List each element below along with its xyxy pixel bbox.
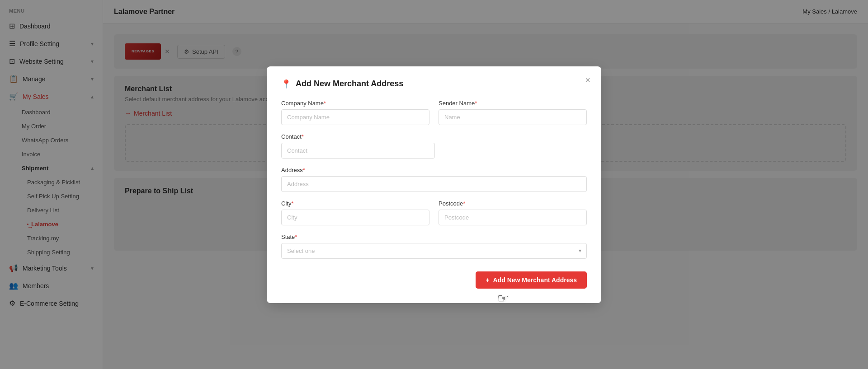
contact-input[interactable] — [281, 143, 435, 159]
form-row-4: City* Postcode* — [281, 200, 587, 225]
company-name-input[interactable] — [281, 109, 429, 125]
modal-overlay: 📍 Add New Merchant Address × Company Nam… — [103, 0, 868, 369]
company-name-label: Company Name* — [281, 100, 429, 107]
add-merchant-modal: 📍 Add New Merchant Address × Company Nam… — [267, 66, 601, 303]
postcode-input[interactable] — [439, 210, 587, 225]
submit-button-label: Add New Merchant Address — [493, 276, 577, 284]
modal-close-button[interactable]: × — [585, 75, 590, 84]
plus-icon: + — [486, 276, 489, 284]
company-name-group: Company Name* — [281, 100, 429, 125]
address-group: Address* — [281, 167, 587, 192]
required-asterisk: * — [295, 234, 297, 240]
required-asterisk: * — [303, 167, 305, 173]
form-row-1: Company Name* Sender Name* — [281, 100, 587, 125]
state-select[interactable]: Select one Kuala Lumpur Selangor Penang … — [281, 243, 587, 259]
sender-name-group: Sender Name* — [439, 100, 587, 125]
city-input[interactable] — [281, 210, 429, 225]
modal-title: Add New Merchant Address — [296, 79, 403, 89]
address-input[interactable] — [281, 176, 587, 192]
state-label: State* — [281, 234, 587, 240]
required-asterisk: * — [291, 200, 293, 207]
sender-name-label: Sender Name* — [439, 100, 587, 107]
sender-name-input[interactable] — [439, 109, 587, 125]
modal-header: 📍 Add New Merchant Address — [281, 79, 587, 89]
main-content: Lalamove Partner My Sales / Lalamove NEW… — [103, 0, 868, 369]
city-group: City* — [281, 200, 429, 225]
postcode-label: Postcode* — [439, 200, 587, 207]
required-asterisk: * — [302, 133, 304, 140]
state-group: State* Select one Kuala Lumpur Selangor … — [281, 234, 587, 259]
add-merchant-address-button[interactable]: + Add New Merchant Address — [476, 271, 587, 289]
form-row-3: Address* — [281, 167, 587, 192]
modal-footer: + Add New Merchant Address — [281, 271, 587, 289]
form-row-5: State* Select one Kuala Lumpur Selangor … — [281, 234, 587, 259]
state-select-wrapper: Select one Kuala Lumpur Selangor Penang … — [281, 243, 587, 259]
postcode-group: Postcode* — [439, 200, 587, 225]
required-asterisk: * — [475, 100, 477, 107]
contact-group: Contact* — [281, 133, 587, 159]
address-label: Address* — [281, 167, 587, 173]
required-asterisk: * — [463, 200, 465, 207]
pin-icon: 📍 — [281, 79, 291, 89]
required-asterisk: * — [324, 100, 326, 107]
city-label: City* — [281, 200, 429, 207]
contact-label: Contact* — [281, 133, 587, 140]
form-row-2: Contact* — [281, 133, 587, 159]
